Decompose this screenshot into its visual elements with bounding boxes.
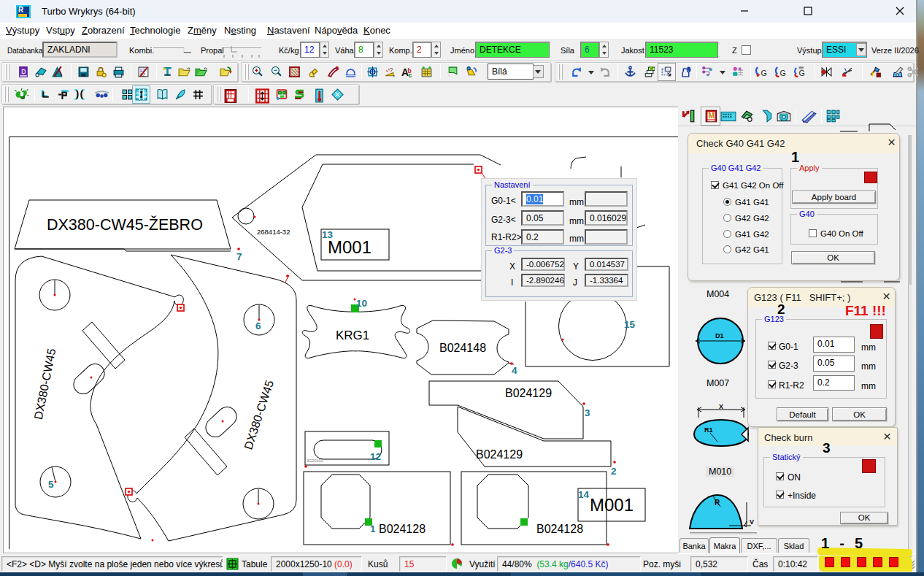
svg-text:4: 4 bbox=[512, 365, 517, 376]
svg-text:DX380-CW45-ŽEBRO: DX380-CW45-ŽEBRO bbox=[47, 215, 203, 234]
svg-text:?: ? bbox=[389, 66, 393, 74]
svg-text:V: V bbox=[750, 518, 754, 526]
svg-text:M001: M001 bbox=[328, 237, 371, 257]
svg-text:DX380-CW45: DX380-CW45 bbox=[242, 379, 276, 451]
svg-text:14: 14 bbox=[578, 489, 590, 500]
svg-text:DX380-CW45: DX380-CW45 bbox=[32, 347, 58, 421]
svg-text:G: G bbox=[799, 69, 805, 77]
svg-text:KRG1: KRG1 bbox=[336, 329, 369, 342]
svg-text:R1: R1 bbox=[704, 426, 713, 434]
svg-text:12: 12 bbox=[370, 451, 381, 462]
svg-text:G: G bbox=[761, 69, 767, 77]
svg-text:15: 15 bbox=[624, 319, 636, 330]
svg-text:5: 5 bbox=[48, 479, 54, 490]
svg-text:10: 10 bbox=[356, 298, 367, 309]
svg-text:3: 3 bbox=[585, 407, 590, 418]
svg-text:G: G bbox=[780, 69, 786, 77]
svg-text:268414-32: 268414-32 bbox=[257, 228, 290, 236]
svg-text:X: X bbox=[719, 403, 723, 410]
svg-text:B024128: B024128 bbox=[379, 523, 426, 535]
svg-text:B024148: B024148 bbox=[439, 342, 486, 354]
svg-text:D1: D1 bbox=[715, 332, 724, 339]
svg-text:D: D bbox=[21, 68, 26, 75]
svg-text:B024129: B024129 bbox=[476, 448, 523, 461]
svg-text:M001: M001 bbox=[590, 495, 634, 515]
svg-text:c: c bbox=[409, 72, 412, 78]
svg-text:B024129: B024129 bbox=[505, 387, 552, 399]
svg-text:6: 6 bbox=[255, 320, 261, 331]
svg-text:1: 1 bbox=[370, 523, 376, 534]
svg-text:7: 7 bbox=[236, 251, 242, 262]
svg-text:3G20101: 3G20101 bbox=[307, 458, 323, 463]
svg-text:B024128: B024128 bbox=[536, 523, 583, 535]
svg-text:2: 2 bbox=[611, 466, 617, 477]
